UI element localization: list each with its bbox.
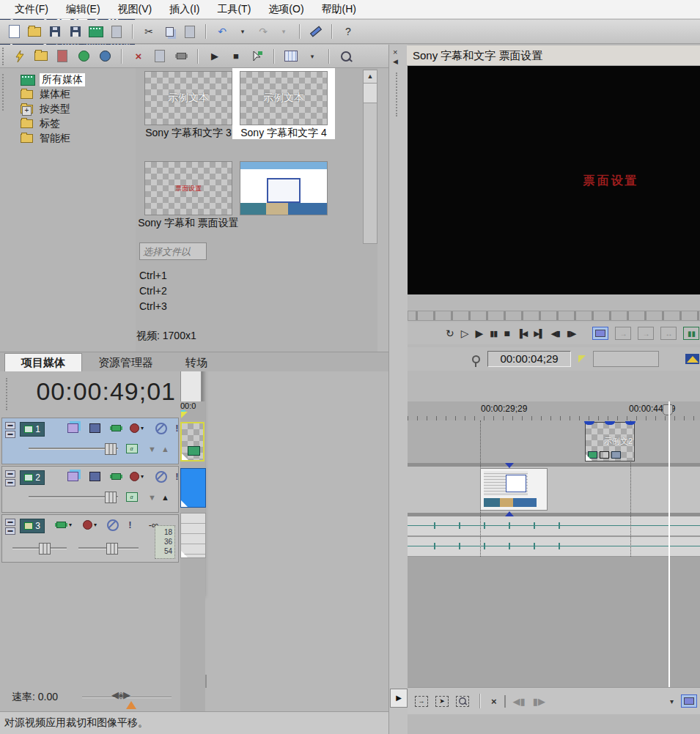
- preview-play-icon[interactable]: ▶: [207, 49, 223, 64]
- snapshot-icon[interactable]: [685, 354, 699, 364]
- copy-icon[interactable]: [161, 24, 177, 39]
- properties-icon[interactable]: [108, 24, 125, 39]
- play-icon[interactable]: ▶: [476, 328, 484, 338]
- make-child-icon[interactable]: ▼: [146, 443, 158, 454]
- cut-icon[interactable]: ✂: [141, 24, 157, 39]
- track1-number[interactable]: 1: [20, 422, 45, 437]
- media-thumb-ticket[interactable]: 票面设置 Sony 字幕和 票面设置: [137, 158, 240, 229]
- tree-item-by-type[interactable]: 按类型: [21, 102, 136, 116]
- dock-grip[interactable]: [396, 73, 397, 116]
- stop-icon[interactable]: ■: [504, 328, 509, 338]
- views-dropdown-icon[interactable]: ▾: [304, 49, 320, 64]
- delete-event-icon[interactable]: ×: [491, 696, 497, 707]
- fade-corner[interactable]: [586, 454, 592, 461]
- trim-start-icon[interactable]: ◀▮: [513, 696, 526, 707]
- slider-knob[interactable]: [105, 492, 117, 503]
- playhead-cursor[interactable]: [668, 401, 670, 687]
- tree-item-tags[interactable]: 标签: [21, 116, 136, 131]
- cursor-timecode-field[interactable]: 00:00:04;29: [487, 351, 571, 367]
- slider-knob[interactable]: [105, 443, 117, 455]
- composite-mode-icon[interactable]: α: [125, 492, 138, 503]
- bypass-motion-blur-icon[interactable]: [67, 471, 79, 482]
- toolbar-grip[interactable]: [2, 48, 7, 65]
- event-fx-icon[interactable]: [611, 451, 621, 459]
- redo-dropdown-icon[interactable]: ▾: [276, 24, 292, 39]
- timeline-event-title[interactable]: 示例文2: [585, 422, 635, 461]
- event-handle[interactable]: [625, 421, 635, 425]
- tab-explorer[interactable]: 资源管理器: [82, 354, 169, 371]
- selected-title-event-edge[interactable]: [180, 422, 205, 461]
- solo-icon[interactable]: !: [124, 519, 136, 530]
- media-properties-icon[interactable]: [152, 49, 168, 64]
- media-thumb-screenshot[interactable]: [232, 158, 335, 217]
- render-icon[interactable]: [88, 24, 104, 39]
- audio-event-edge[interactable]: [180, 513, 206, 558]
- slider-knob[interactable]: [106, 543, 118, 555]
- expand-plus-icon[interactable]: +: [22, 106, 32, 116]
- track1-level-slider[interactable]: [29, 448, 118, 450]
- marker-strip[interactable]: [408, 311, 700, 321]
- slider-knob[interactable]: [39, 543, 51, 555]
- track-fx-icon[interactable]: [55, 519, 67, 530]
- paste-icon[interactable]: [182, 24, 198, 39]
- ruler-left-slice[interactable]: 00:0: [180, 401, 205, 420]
- next-frame-icon[interactable]: ▮▶: [567, 330, 576, 338]
- tree-grip[interactable]: [2, 74, 7, 111]
- views-icon[interactable]: [283, 49, 299, 64]
- menu-help[interactable]: 帮助(H): [313, 1, 365, 18]
- preview-stop-icon[interactable]: ■: [228, 49, 244, 64]
- timeline-event-image[interactable]: [480, 468, 548, 511]
- media-thumb-titles4-selected[interactable]: 示例文本 Sony 字幕和文字 4: [232, 68, 335, 139]
- trim-icon[interactable]: [504, 696, 506, 707]
- zoom-tool-icon[interactable]: ↔: [660, 327, 677, 340]
- bypass-motion-blur-icon[interactable]: [67, 423, 79, 434]
- play-from-start-icon[interactable]: ▷: [461, 328, 469, 338]
- timeline-scroll-button[interactable]: ▶: [390, 689, 408, 708]
- tree-item-media-bins[interactable]: 媒体柜: [21, 87, 136, 102]
- auto-ripple-icon[interactable]: [681, 694, 697, 708]
- media-lightning-icon[interactable]: [12, 49, 28, 64]
- track3-number[interactable]: 3: [20, 519, 45, 533]
- tab-transitions[interactable]: 转场: [169, 354, 224, 371]
- undo-icon[interactable]: ↶: [214, 24, 230, 39]
- menu-view[interactable]: 视图(V): [109, 1, 161, 18]
- save-icon[interactable]: [47, 24, 63, 39]
- timeline-marker-icon[interactable]: [663, 404, 673, 415]
- mute-icon[interactable]: [155, 471, 167, 482]
- track-fx-icon[interactable]: [110, 423, 122, 434]
- fx-dropdown-icon[interactable]: ▾: [67, 519, 74, 530]
- tree-item-smart-bins[interactable]: 智能柜: [21, 131, 136, 146]
- track-minmax-icon[interactable]: ▬▬: [5, 519, 15, 535]
- timeline-ruler[interactable]: 00:00:29;29 00:00:44;29: [408, 401, 700, 421]
- undo-dropdown-icon[interactable]: ▾: [235, 24, 251, 39]
- automation-dropdown-icon[interactable]: ▾: [139, 423, 146, 434]
- search-media-icon[interactable]: [97, 49, 113, 64]
- go-to-start-icon[interactable]: ▐◀: [517, 330, 527, 338]
- zoom-edit-icon[interactable]: [456, 696, 469, 707]
- remove-all-icon[interactable]: [173, 49, 189, 64]
- normal-edit-tool-icon[interactable]: [592, 327, 608, 340]
- timeline-track2-row[interactable]: [408, 467, 700, 516]
- magnifier-icon[interactable]: [338, 49, 354, 64]
- tab-project-media[interactable]: 项目媒体: [4, 353, 82, 371]
- interaction-tool-icon[interactable]: [308, 24, 324, 39]
- mute-icon[interactable]: [155, 423, 167, 434]
- selection-edit-icon[interactable]: ➤: [435, 696, 449, 707]
- make-child-icon[interactable]: ▼: [146, 492, 158, 503]
- prev-frame-icon[interactable]: ◀▮: [550, 330, 560, 338]
- track2-number[interactable]: 2: [20, 470, 45, 485]
- mute-icon[interactable]: [106, 519, 119, 530]
- tree-item-all-media[interactable]: 所有媒体: [21, 73, 136, 87]
- help-cursor-icon[interactable]: ?: [340, 24, 356, 39]
- make-parent-icon[interactable]: ▲: [159, 492, 172, 503]
- pan-crop-icon[interactable]: [600, 451, 609, 459]
- redo-icon[interactable]: ↷: [255, 24, 271, 39]
- get-media-web-icon[interactable]: [75, 49, 92, 64]
- track2-level-slider[interactable]: [29, 496, 118, 498]
- envelope-tool-icon[interactable]: →: [615, 327, 631, 340]
- event-tool-icon[interactable]: ▮▮: [683, 327, 699, 340]
- marker-name-field[interactable]: [593, 351, 659, 367]
- go-to-end-icon[interactable]: ▶▌: [534, 330, 544, 338]
- capture-video-icon[interactable]: [54, 49, 70, 64]
- menu-file[interactable]: 文件(F): [6, 1, 57, 18]
